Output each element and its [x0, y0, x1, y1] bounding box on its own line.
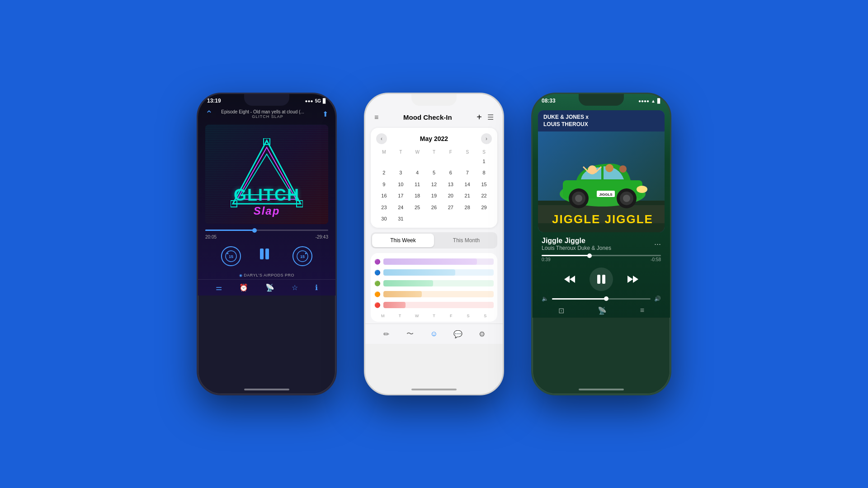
- chart-day-T1: T: [392, 314, 409, 318]
- cal-day-18[interactable]: 18: [410, 191, 425, 201]
- music-track-title: Jiggle Jiggle: [542, 237, 611, 245]
- volume-bar[interactable]: [552, 298, 651, 300]
- mood-plus-button[interactable]: +: [476, 112, 482, 122]
- rewind-button[interactable]: 15: [221, 246, 241, 266]
- cal-next-button[interactable]: ›: [481, 133, 492, 144]
- nav-icon-info[interactable]: ℹ: [315, 283, 318, 292]
- cal-day-24[interactable]: 24: [393, 202, 409, 213]
- cal-day-11[interactable]: 11: [410, 179, 425, 190]
- cal-day-3[interactable]: 3: [393, 168, 409, 178]
- cal-day-17[interactable]: 17: [393, 191, 409, 201]
- signal-icon-podcast: ●●●: [305, 99, 313, 103]
- mood-more-icon[interactable]: ☰: [487, 113, 494, 122]
- music-forward-button[interactable]: [626, 272, 640, 286]
- cal-day-6[interactable]: 6: [443, 168, 458, 178]
- cal-day-empty10: -: [459, 214, 475, 224]
- cal-day-5[interactable]: 5: [426, 168, 442, 178]
- cal-day-26[interactable]: 26: [426, 202, 442, 213]
- cal-day-8[interactable]: 8: [476, 168, 492, 178]
- forward-icon-music: [626, 272, 640, 286]
- artwork-info-bar: DUKE & JONES x LOUIS THEROUX: [538, 110, 665, 131]
- cal-day-1[interactable]: 1: [476, 156, 492, 167]
- volume-thumb[interactable]: [604, 296, 609, 301]
- mood-icon-3: 🟢: [374, 281, 382, 286]
- share-button-podcast[interactable]: ⬆: [322, 110, 328, 118]
- mood-chart-card: 🟣 🔵 🟢: [371, 253, 497, 322]
- back-button-podcast[interactable]: ⌃: [205, 108, 213, 119]
- nav-icon-equalizer[interactable]: ⚌: [216, 283, 222, 292]
- music-pause-button[interactable]: [590, 267, 613, 291]
- mood-nav-edit[interactable]: ✏: [380, 328, 392, 340]
- cal-day-14[interactable]: 14: [459, 179, 475, 190]
- cal-day-29[interactable]: 29: [476, 202, 492, 213]
- music-more-button[interactable]: ···: [654, 239, 661, 249]
- cal-day-21[interactable]: 21: [459, 191, 475, 201]
- podcast-bottom-nav: ⚌ ⏰ 📡 ☆ ℹ: [198, 279, 335, 296]
- chart-day-S2: S: [476, 314, 494, 318]
- cal-day-empty3: -: [410, 156, 425, 167]
- nav-icon-airplay[interactable]: 📡: [265, 283, 274, 292]
- chart-day-F: F: [443, 314, 460, 318]
- cal-day-13[interactable]: 13: [443, 179, 458, 190]
- rewind-icon-music: [562, 272, 577, 286]
- forward-button[interactable]: 15: [292, 246, 312, 266]
- podcast-progress-section: [198, 228, 335, 233]
- nav-icon-alarm[interactable]: ⏰: [239, 283, 248, 292]
- cal-day-15[interactable]: 15: [476, 179, 492, 190]
- cal-day-9[interactable]: 9: [376, 179, 392, 190]
- cal-day-12[interactable]: 12: [426, 179, 442, 190]
- mood-nav-chat[interactable]: 💬: [452, 328, 464, 340]
- mood-nav-wave[interactable]: 〜: [404, 328, 416, 340]
- music-app: 08:33 ●●●● ▲ ▊ DUKE & JONES x LOUIS THER…: [533, 94, 670, 318]
- music-rewind-button[interactable]: [562, 272, 577, 286]
- cal-prev-button[interactable]: ‹: [376, 133, 387, 144]
- chart-day-W: W: [408, 314, 425, 318]
- podcast-title-area: Episode Eight - Old man yells at cloud (…: [213, 109, 322, 119]
- music-artist2: Duke & Jones: [577, 245, 611, 251]
- cal-day-31[interactable]: 31: [393, 214, 409, 224]
- music-nav-queue[interactable]: ≡: [640, 306, 644, 315]
- cal-day-25[interactable]: 25: [410, 202, 425, 213]
- cal-day-28[interactable]: 28: [459, 202, 475, 213]
- cal-day-4[interactable]: 4: [410, 168, 425, 178]
- music-nav-airplay[interactable]: 📡: [598, 306, 607, 315]
- cal-day-27[interactable]: 27: [443, 202, 458, 213]
- volume-max-icon: 🔊: [654, 296, 661, 302]
- music-nav-lyrics[interactable]: ⊡: [558, 306, 564, 315]
- mood-bar-row-1: 🟣: [374, 257, 494, 267]
- cal-day-23[interactable]: 23: [376, 202, 392, 213]
- mood-menu-icon[interactable]: ≡: [374, 113, 378, 122]
- svg-rect-35: [602, 275, 605, 284]
- mood-bar-track-3: [383, 280, 494, 286]
- music-progress-thumb[interactable]: [587, 253, 592, 258]
- cal-day-2[interactable]: 2: [376, 168, 392, 178]
- cal-day-30[interactable]: 30: [376, 214, 392, 224]
- segment-this-week[interactable]: This Week: [372, 234, 434, 247]
- chart-day-M: M: [374, 314, 392, 318]
- music-track-details: Jiggle Jiggle Louis Theroux Duke & Jones: [542, 237, 611, 251]
- notch-music: [579, 94, 624, 106]
- screen-podcast: 13:19 ●●● 5G ▊ ⌃ Episode Eight - Old man…: [198, 94, 335, 394]
- pause-button[interactable]: [255, 245, 278, 267]
- mood-nav-smile[interactable]: ☺: [428, 328, 440, 340]
- home-indicator-music: [579, 389, 624, 390]
- nav-icon-star[interactable]: ☆: [292, 283, 298, 292]
- cal-day-19[interactable]: 19: [426, 191, 442, 201]
- mood-nav-settings[interactable]: ⚙: [476, 328, 488, 340]
- progress-thumb[interactable]: [252, 228, 257, 233]
- cal-day-16[interactable]: 16: [376, 191, 392, 201]
- cal-day-20[interactable]: 20: [443, 191, 458, 201]
- progress-bar[interactable]: [205, 230, 328, 231]
- music-progress-bar[interactable]: [542, 255, 661, 256]
- cal-day-22[interactable]: 22: [476, 191, 492, 201]
- cal-day-7[interactable]: 7: [459, 168, 475, 178]
- svg-rect-34: [597, 275, 600, 284]
- wifi-icon-music: ▲: [651, 99, 656, 103]
- cal-header-S2: S: [476, 149, 492, 155]
- mood-bar-fill-4: [383, 291, 422, 297]
- cal-day-10[interactable]: 10: [393, 179, 409, 190]
- segment-this-month[interactable]: This Month: [435, 232, 497, 249]
- cal-header-W: W: [410, 149, 425, 155]
- episode-title: Episode Eight - Old man yells at cloud (…: [213, 109, 312, 114]
- mood-bar-track-2: [383, 269, 494, 276]
